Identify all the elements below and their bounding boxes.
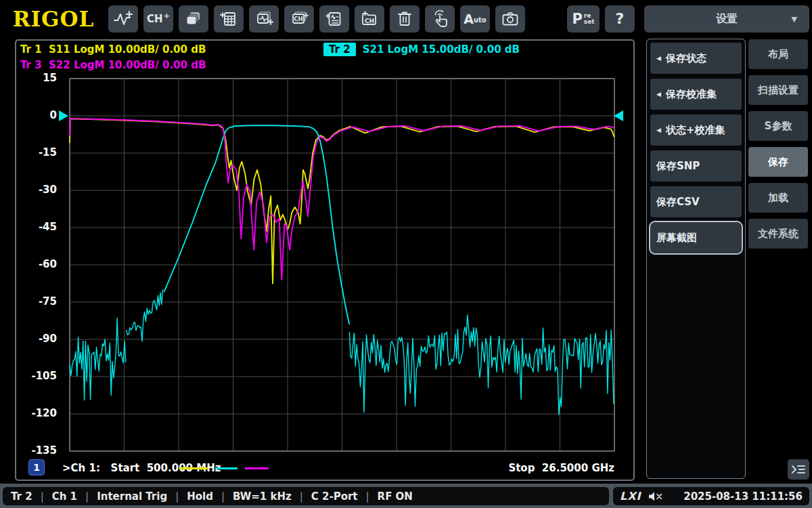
trace-row-tr1[interactable]: Tr 1 S11 LogM 10.00dB/ 0.00 dB bbox=[20, 43, 206, 56]
window-channel-icon[interactable]: CH+ bbox=[284, 5, 314, 33]
submenu-item-2[interactable]: ◀状态+校准集 bbox=[650, 114, 742, 146]
trace-id: Tr 3 bbox=[20, 59, 49, 71]
measure-setup-icon[interactable] bbox=[214, 5, 244, 33]
legend-line-s11 bbox=[179, 467, 208, 469]
status-item-0: Tr 2 bbox=[11, 490, 32, 503]
vna-screen: RIGOL CH+CH+CHAutoPreset? 设置 ▼ ◀保存状态◀保存校… bbox=[0, 0, 812, 508]
main-menu: 布局扫描设置S参数保存加载文件系统 bbox=[748, 39, 808, 255]
window-trace-icon[interactable] bbox=[249, 5, 279, 33]
trace-s21 bbox=[164, 125, 349, 324]
y-tick-label: -75 bbox=[18, 295, 57, 308]
rigol-logo: RIGOL bbox=[5, 4, 102, 34]
speaker-mute-icon[interactable] bbox=[648, 491, 664, 502]
menu-item-1[interactable]: 扫描设置 bbox=[748, 75, 808, 105]
menu-collapse-icon[interactable] bbox=[788, 459, 809, 480]
y-tick-label: -30 bbox=[18, 184, 57, 196]
submenu-item-0[interactable]: ◀保存状态 bbox=[650, 43, 742, 74]
submenu-item-3[interactable]: 保存SNP bbox=[650, 150, 742, 182]
trace-id: Tr 1 bbox=[20, 43, 49, 56]
y-tick-label: -15 bbox=[18, 146, 57, 158]
submenu-item-label: 保存状态 bbox=[666, 52, 706, 65]
chart-svg[interactable] bbox=[58, 78, 625, 452]
menu-item-0[interactable]: 布局 bbox=[748, 39, 808, 69]
status-left-box: Tr 2|Ch 1|Internal Trig|Hold|BW=1 kHz|C … bbox=[3, 487, 609, 505]
y-tick-label: 0 bbox=[18, 109, 57, 121]
svg-text:CH: CH bbox=[365, 18, 374, 24]
left-arrow-icon: ◀ bbox=[656, 55, 661, 62]
submenu-item-1[interactable]: ◀保存校准集 bbox=[650, 79, 742, 110]
svg-text:+: + bbox=[303, 11, 309, 20]
trace-add-icon[interactable] bbox=[108, 5, 138, 33]
legend-line-s21 bbox=[215, 467, 238, 469]
trace-info: S22 LogM 10.00dB/ 0.00 dB bbox=[49, 59, 206, 71]
y-tick-label: -45 bbox=[18, 221, 57, 233]
submenu-item-label: 状态+校准集 bbox=[666, 124, 725, 137]
submenu-item-5[interactable]: 屏幕截图 bbox=[650, 222, 742, 253]
lxi-logo: LXI bbox=[620, 490, 641, 503]
status-item-3: Hold bbox=[187, 490, 213, 503]
touch-icon[interactable] bbox=[425, 5, 455, 33]
ref-level-marker-left bbox=[59, 110, 68, 121]
chevron-down-icon: ▼ bbox=[792, 15, 797, 24]
separator: | bbox=[41, 490, 44, 503]
submenu-item-label: 屏幕截图 bbox=[656, 232, 697, 245]
trace-info: S11 LogM 10.00dB/ 0.00 dB bbox=[49, 43, 206, 56]
submenu-item-label: 保存CSV bbox=[656, 196, 700, 209]
separator: | bbox=[85, 490, 89, 503]
screenshot-icon[interactable] bbox=[495, 5, 525, 33]
channel-stop-label: Stop 26.5000 GHz bbox=[474, 462, 614, 474]
trace-row-tr2-active[interactable]: Tr 2 S21 LogM 15.00dB/ 0.00 dB bbox=[323, 43, 520, 56]
submenu-item-4[interactable]: 保存CSV bbox=[650, 186, 742, 217]
status-right-box: LXI 2025-08-13 11:11:56 bbox=[613, 487, 809, 505]
legend-line-s22 bbox=[245, 467, 269, 469]
status-item-1: Ch 1 bbox=[52, 490, 77, 503]
channel-add-icon[interactable]: CH+ bbox=[143, 5, 173, 33]
trace-s21 bbox=[70, 318, 126, 400]
separator: | bbox=[366, 490, 369, 503]
preset-icon[interactable]: Preset bbox=[567, 5, 600, 33]
status-item-2: Internal Trig bbox=[97, 490, 167, 503]
trace-config-icon[interactable] bbox=[319, 5, 349, 33]
menu-item-5[interactable]: 文件系统 bbox=[748, 219, 808, 249]
status-item-5: C 2-Port bbox=[311, 490, 358, 503]
submenu-panel: ◀保存状态◀保存校准集◀状态+校准集保存SNP保存CSV屏幕截图 bbox=[646, 39, 746, 479]
menu-item-3[interactable]: 保存 bbox=[748, 147, 808, 177]
svg-text:CH: CH bbox=[294, 16, 302, 22]
separator: | bbox=[175, 490, 179, 503]
channel-badge[interactable]: 1 bbox=[28, 459, 45, 475]
status-bar: Tr 2|Ch 1|Internal Trig|Hold|BW=1 kHz|C … bbox=[0, 484, 812, 508]
toolbar-buttons: CH+CH+CHAutoPreset? bbox=[108, 5, 635, 33]
y-tick-label: -135 bbox=[18, 444, 57, 457]
y-tick-label: 15 bbox=[18, 72, 57, 84]
menu-item-4[interactable]: 加载 bbox=[748, 183, 808, 213]
left-arrow-icon: ◀ bbox=[656, 127, 661, 133]
separator: | bbox=[300, 490, 303, 503]
trace-info: S21 LogM 15.00dB/ 0.00 dB bbox=[363, 43, 520, 56]
y-tick-label: -105 bbox=[18, 370, 57, 382]
menu-header-dropdown[interactable]: 设置 ▼ bbox=[644, 5, 809, 33]
trace-row-tr3[interactable]: Tr 3 S22 LogM 10.00dB/ 0.00 dB bbox=[20, 59, 206, 71]
auto-scale-icon[interactable]: Auto bbox=[460, 5, 490, 33]
active-trace-badge[interactable]: Tr 2 bbox=[323, 43, 356, 56]
window-stack-icon[interactable] bbox=[179, 5, 208, 33]
menu-item-2[interactable]: S参数 bbox=[748, 111, 808, 141]
menu-header-label: 设置 bbox=[716, 12, 738, 26]
y-tick-label: -120 bbox=[18, 407, 57, 419]
trace-s21 bbox=[349, 315, 614, 415]
submenu-item-label: 保存SNP bbox=[656, 160, 700, 173]
status-item-4: BW=1 kHz bbox=[233, 490, 292, 503]
ref-level-marker-right bbox=[614, 110, 623, 121]
trace-s21 bbox=[127, 289, 163, 341]
channel-folder-icon[interactable]: CH bbox=[355, 5, 384, 33]
status-item-6: RF ON bbox=[378, 490, 413, 503]
y-tick-label: -60 bbox=[18, 258, 57, 270]
separator: | bbox=[221, 490, 225, 503]
left-arrow-icon: ◀ bbox=[656, 91, 661, 98]
help-icon[interactable]: ? bbox=[605, 5, 635, 33]
submenu-item-label: 保存校准集 bbox=[666, 88, 717, 101]
datetime: 2025-08-13 11:11:56 bbox=[683, 490, 803, 503]
delete-icon[interactable] bbox=[390, 5, 420, 33]
y-tick-label: -90 bbox=[18, 333, 57, 345]
